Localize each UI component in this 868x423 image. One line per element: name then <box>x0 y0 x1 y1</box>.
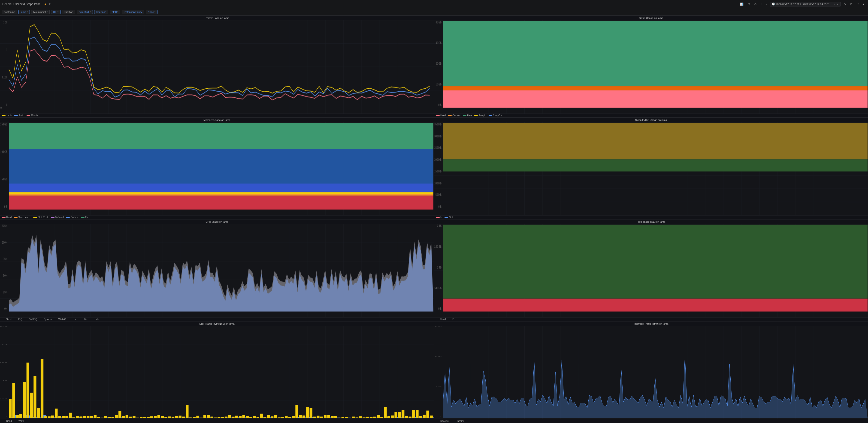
back-btn[interactable]: ‹ <box>760 2 763 6</box>
legend-color <box>436 421 440 421</box>
legend-label: SoftIRQ <box>29 318 37 321</box>
legend-item: Wait-IO <box>54 318 66 321</box>
refresh-dropdown-btn[interactable]: ▾ <box>862 2 866 6</box>
legend-item: In <box>436 216 442 219</box>
refresh-btn[interactable]: ↺ <box>855 2 860 6</box>
panel-legend-cpu-usage: StealIRQSoftIRQSystemWait-IOUserNiceIdle <box>0 317 434 321</box>
star-icon[interactable]: ★ <box>44 2 46 6</box>
panel-legend-interface-traffic: ReceiveTransmit <box>434 419 868 423</box>
retention-filter[interactable]: Retention Policy <box>122 10 144 14</box>
panel-system-load: System Load on jama1 min5 min15 min <box>0 16 434 118</box>
legend-item: Slab Rect. <box>33 216 48 219</box>
header-controls: 📊 ⊞ ⚙ ‹ › 🕐 2022-05-17 11:17:01 to 2022-… <box>739 2 866 6</box>
legend-color <box>14 421 18 421</box>
legend-label: Write <box>19 420 24 422</box>
legend-item: Slab Unrect. <box>14 216 31 219</box>
zoom-out-btn[interactable]: ⊖ <box>842 2 847 6</box>
legend-label: Transmit <box>455 420 464 422</box>
forward-btn[interactable]: › <box>765 2 768 6</box>
toolbar: hostname jama ▾ Mountpoint ▾ OE ▾ Partit… <box>0 8 868 16</box>
share-icon[interactable]: ⇧ <box>49 2 51 6</box>
panel-memory-usage: Memory Usage on jamaUsedSlab Unrect.Slab… <box>0 118 434 220</box>
canvas-disk-traffic[interactable] <box>0 326 434 419</box>
legend-color <box>25 319 28 319</box>
panel-title-cpu-usage: CPU usage on jama <box>0 220 434 224</box>
none-filter[interactable]: None ▾ <box>146 10 157 14</box>
legend-label: Idle <box>96 318 99 321</box>
legend-label: 1 min <box>6 114 12 117</box>
legend-color <box>448 319 452 319</box>
legend-label: Nice <box>84 318 89 321</box>
legend-item: Steal <box>2 318 11 321</box>
canvas-cpu-usage[interactable] <box>0 224 434 317</box>
canvas-free-space[interactable] <box>434 224 868 317</box>
oe-filter[interactable]: OE ▾ <box>51 10 61 14</box>
legend-label: User <box>73 318 78 321</box>
panel-swap-usage: Swap Usage on jamaUsedCachedFreeSwapInSw… <box>434 16 868 118</box>
legend-item: Write <box>14 420 24 422</box>
canvas-swap-inout[interactable] <box>434 122 868 216</box>
legend-label: Out <box>449 216 453 219</box>
partition-filter[interactable]: Partition <box>62 10 75 14</box>
legend-item: SwapIn <box>474 114 486 117</box>
eth0-filter[interactable]: eth0 ▾ <box>110 10 120 14</box>
nvme-filter[interactable]: nvme1n1 ▾ <box>77 10 93 14</box>
mountpoint-label: Mountpoint <box>33 11 46 13</box>
dashboard-grid: System Load on jama1 min5 min15 minSwap … <box>0 16 868 423</box>
legend-item: IRQ <box>14 318 22 321</box>
legend-label: Free <box>452 318 457 321</box>
legend-color <box>2 115 5 116</box>
legend-item: SwapOut <box>489 114 502 117</box>
panel-chart-free-space[interactable] <box>434 224 868 317</box>
legend-item: User <box>68 318 78 321</box>
panel-legend-swap-usage: UsedCachedFreeSwapInSwapOut <box>434 113 868 118</box>
legend-item: Cached <box>448 114 460 117</box>
panel-chart-cpu-usage[interactable] <box>0 224 434 317</box>
canvas-interface-traffic[interactable] <box>434 326 868 419</box>
zoom-in-btn[interactable]: ⊕ <box>848 2 854 6</box>
canvas-memory-usage[interactable] <box>0 122 434 216</box>
legend-item: Out <box>444 216 453 219</box>
legend-label: Wait-IO <box>58 318 66 321</box>
settings-btn[interactable]: ⚙ <box>753 2 758 6</box>
header: General / Collectd Graph Panel ★ ⇧ 📊 ⊞ ⚙… <box>0 0 868 8</box>
panel-title-memory-usage: Memory Usage on jama <box>0 118 434 122</box>
time-range-value: 2022-05-17 11:17:01 to 2022-05-17 12:04:… <box>776 3 827 5</box>
canvas-swap-usage[interactable] <box>434 20 868 113</box>
mountpoint-filter[interactable]: Mountpoint ▾ <box>31 10 50 14</box>
home-link[interactable]: General <box>2 3 12 6</box>
panel-chart-swap-inout[interactable] <box>434 122 868 216</box>
legend-label: Slab Rect. <box>38 216 48 219</box>
zoom-fwd-btn[interactable]: › <box>836 3 839 6</box>
panel-title-swap-inout: Swap In/Out Usage on jama <box>434 118 868 122</box>
eth0-chevron: ▾ <box>117 11 118 13</box>
legend-item: Transmit <box>451 420 464 422</box>
legend-label: Used <box>440 114 446 117</box>
interface-filter[interactable]: Interface <box>94 10 108 14</box>
legend-item: Free <box>81 216 90 219</box>
jama-filter[interactable]: jama ▾ <box>19 10 30 14</box>
panel-disk-traffic: Disk Traffic (nvme1n1) on jamaReadWrite <box>0 322 434 423</box>
panel-chart-swap-usage[interactable] <box>434 20 868 113</box>
panel-interface-traffic: Interface Traffic (eth0) on jamaReceiveT… <box>434 322 868 423</box>
legend-item: Free <box>448 318 457 321</box>
panel-chart-disk-traffic[interactable] <box>0 326 434 419</box>
legend-color <box>33 217 37 218</box>
panel-chart-memory-usage[interactable] <box>0 122 434 216</box>
legend-color <box>448 115 452 116</box>
panel-title-free-space: Free space (OE) on jama <box>434 220 868 224</box>
jama-label: jama <box>21 11 26 13</box>
canvas-system-load[interactable] <box>0 20 434 113</box>
legend-label: Slab Unrect. <box>18 216 31 219</box>
table-icon-btn[interactable]: ⊞ <box>746 2 751 6</box>
time-range[interactable]: 🕐 2022-05-17 11:17:01 to 2022-05-17 12:0… <box>770 2 841 6</box>
zoom-back-btn[interactable]: ‹ <box>833 3 835 6</box>
panel-chart-interface-traffic[interactable] <box>434 326 868 419</box>
panel-title-interface-traffic: Interface Traffic (eth0) on jama <box>434 322 868 326</box>
panel-chart-system-load[interactable] <box>0 20 434 113</box>
hostname-filter[interactable]: hostname <box>2 10 17 14</box>
graph-icon-btn[interactable]: 📊 <box>739 2 745 6</box>
legend-color <box>489 115 492 116</box>
panel-title-swap-usage: Swap Usage on jama <box>434 16 868 20</box>
panel-title-system-load: System Load on jama <box>0 16 434 20</box>
